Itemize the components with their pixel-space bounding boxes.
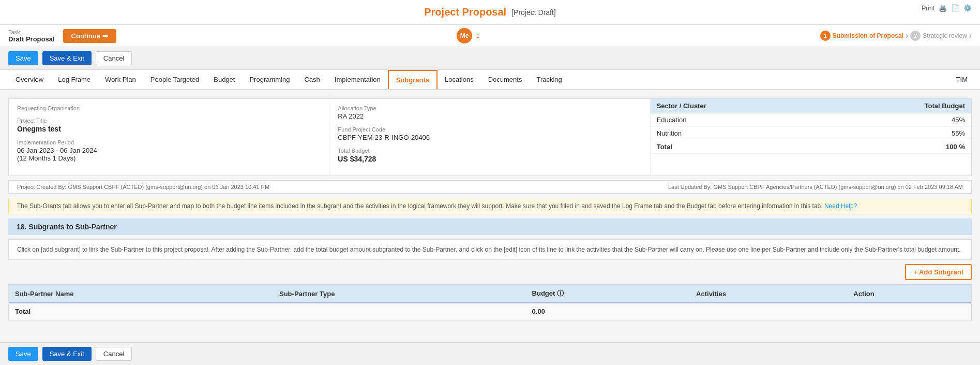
implementation-period-section: Implementation Period 06 Jan 2023 - 06 J…	[17, 139, 321, 162]
info-banner-text: The Sub-Grants tab allows you to enter a…	[17, 202, 823, 210]
step1-label: Submission of Proposal	[833, 32, 903, 39]
total-row: Total 0.00	[9, 303, 971, 320]
info-left-col: Requesting Organisation Project Title On…	[9, 99, 329, 176]
budget-cell: 100 %	[823, 140, 971, 154]
task-name: Draft Proposal	[8, 35, 55, 43]
continue-button[interactable]: Continue ⇒	[63, 29, 116, 43]
allocation-type-label: Allocation Type	[338, 105, 641, 111]
workflow-step-2: 2 Strategic review	[910, 31, 967, 41]
export-icon[interactable]: 📄	[951, 4, 959, 12]
workflow-arrow: ›	[906, 31, 908, 40]
notification-badge: 1	[476, 33, 479, 39]
allocation-type-section: Allocation Type RA 2022	[338, 105, 641, 120]
subgrant-table-wrap: Sub-Partner Name Sub-Partner Type Budget…	[8, 284, 972, 320]
action-bar: Save Save & Exit Cancel	[0, 47, 980, 70]
save-button[interactable]: Save	[8, 51, 38, 65]
save-exit-button[interactable]: Save & Exit	[42, 51, 92, 65]
add-subgrant-button[interactable]: + Add Subgrant	[905, 264, 972, 280]
total-budget-label: Total Budget	[338, 148, 641, 154]
nav-tabs: Overview Log Frame Work Plan People Targ…	[0, 70, 980, 90]
col-action: Action	[847, 285, 971, 303]
user-section: Me 1	[457, 28, 479, 43]
settings-icon[interactable]: ⚙️	[963, 4, 972, 12]
tab-tracking[interactable]: Tracking	[529, 70, 569, 90]
sector-col-header: Sector / Cluster	[651, 99, 824, 113]
tab-cash[interactable]: Cash	[297, 70, 327, 90]
requesting-org-label: Requesting Organisation	[17, 105, 321, 111]
total-budget: 0.00	[526, 303, 690, 320]
page-subtitle: [Project Draft]	[511, 8, 556, 17]
project-title-section: Project Title Onegms test	[17, 118, 321, 133]
budget-cell: 45%	[823, 113, 971, 127]
project-title-value: Onegms test	[17, 125, 321, 133]
need-help-link[interactable]: Need Help?	[824, 202, 857, 210]
workflow-chevron: ›	[969, 31, 972, 40]
total-budget-value: US $34,728	[338, 155, 641, 163]
tab-workplan[interactable]: Work Plan	[98, 70, 143, 90]
budget-col-header: Total Budget	[823, 99, 971, 113]
implementation-period-label: Implementation Period	[17, 139, 321, 145]
step2-label: Strategic review	[923, 32, 967, 39]
sector-cell: Nutrition	[651, 127, 824, 140]
created-by: Project Created By: GMS Support CBPF (AC…	[17, 184, 269, 190]
tab-budget[interactable]: Budget	[206, 70, 242, 90]
project-title-label: Project Title	[17, 118, 321, 124]
bottom-cancel-button[interactable]: Cancel	[96, 347, 132, 356]
implementation-period-value: 06 Jan 2023 - 06 Jan 2024	[17, 147, 321, 154]
budget-cell: 55%	[823, 127, 971, 140]
project-info-grid: Requesting Organisation Project Title On…	[8, 98, 972, 176]
allocation-type-value: RA 2022	[338, 112, 641, 120]
col-budget: Budget ⓘ	[526, 285, 690, 303]
info-banner: The Sub-Grants tab allows you to enter a…	[8, 198, 972, 214]
col-activities: Activities	[690, 285, 847, 303]
sector-table-section: Sector / Cluster Total Budget Education4…	[651, 99, 971, 176]
cancel-button[interactable]: Cancel	[96, 51, 132, 65]
task-bar: Task Draft Proposal Continue ⇒ Me 1 1 Su…	[0, 25, 980, 47]
tab-logframe[interactable]: Log Frame	[51, 70, 98, 90]
instructions-text: Click on [add subgrant] to link the Sub-…	[17, 246, 961, 253]
bottom-save-button[interactable]: Save	[8, 347, 38, 356]
info-middle-col: Allocation Type RA 2022 Fund Project Cod…	[329, 99, 650, 176]
task-label: Task	[8, 29, 55, 35]
sector-table: Sector / Cluster Total Budget Education4…	[651, 99, 971, 154]
total-budget-section: Total Budget US $34,728	[338, 148, 641, 163]
bottom-save-exit-button[interactable]: Save & Exit	[42, 347, 92, 356]
tab-people-targeted[interactable]: People Targeted	[143, 70, 206, 90]
col-partner-name: Sub-Partner Name	[9, 285, 273, 303]
tab-implementation[interactable]: Implementation	[327, 70, 388, 90]
project-meta: Project Created By: GMS Support CBPF (AC…	[8, 180, 972, 194]
section18-header: 18. Subgrants to Sub-Partner	[8, 218, 972, 235]
tab-overview[interactable]: Overview	[8, 70, 51, 90]
tab-documents[interactable]: Documents	[481, 70, 530, 90]
step2-num: 2	[910, 31, 921, 41]
subgrant-table: Sub-Partner Name Sub-Partner Type Budget…	[9, 285, 971, 320]
avatar: Me	[457, 28, 472, 43]
tab-right-label: TIM	[952, 70, 972, 89]
requesting-org-section: Requesting Organisation	[17, 105, 321, 111]
fund-project-code-label: Fund Project Code	[338, 126, 641, 133]
bottom-action-bar: Save Save & Exit Cancel	[0, 342, 980, 356]
workflow-step-1: 1 Submission of Proposal	[820, 31, 903, 41]
task-left: Task Draft Proposal Continue ⇒	[8, 29, 116, 43]
total-action	[847, 303, 971, 320]
add-subgrant-row: + Add Subgrant	[8, 264, 972, 280]
page-title: Project Proposal	[424, 6, 506, 18]
workflow-steps: 1 Submission of Proposal › 2 Strategic r…	[820, 31, 972, 41]
implementation-period-days: (12 Months 1 Days)	[17, 154, 321, 162]
main-content: Requesting Organisation Project Title On…	[0, 90, 980, 356]
tab-locations[interactable]: Locations	[438, 70, 481, 90]
updated-by: Last Updated By: GMS Support CBPF Agenci…	[668, 184, 963, 190]
total-type	[273, 303, 526, 320]
instructions: Click on [add subgrant] to link the Sub-…	[8, 239, 972, 260]
col-partner-type: Sub-Partner Type	[273, 285, 526, 303]
sector-cell: Total	[651, 140, 824, 154]
total-activities	[690, 303, 847, 320]
print-label: Print	[922, 5, 934, 12]
total-label: Total	[9, 303, 273, 320]
tab-subgrants[interactable]: Subgrants	[388, 70, 438, 90]
task-info: Task Draft Proposal	[8, 29, 55, 43]
top-header: Project Proposal [Project Draft] Print 🖨…	[0, 0, 980, 25]
print-icon[interactable]: 🖨️	[939, 4, 947, 12]
tab-programming[interactable]: Programming	[242, 70, 297, 90]
step1-num: 1	[820, 31, 831, 41]
